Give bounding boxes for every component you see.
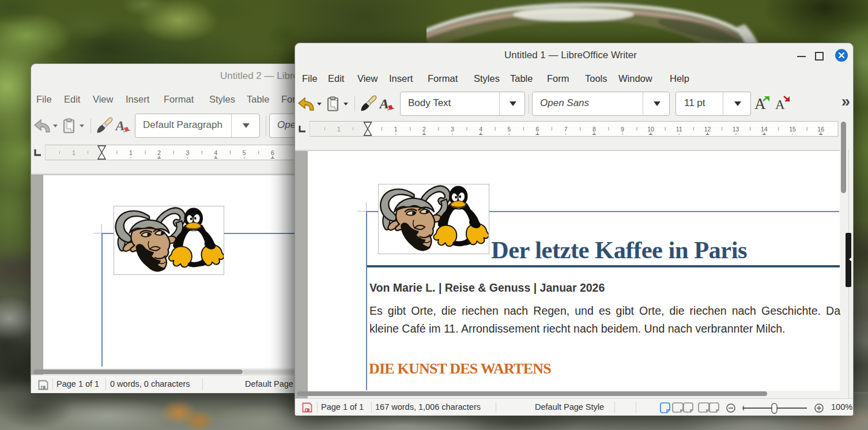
svg-text:14: 14 — [761, 126, 768, 133]
svg-text:7: 7 — [564, 126, 568, 133]
svg-text:12: 12 — [704, 126, 711, 133]
svg-text:A: A — [775, 97, 785, 112]
svg-text:3: 3 — [186, 149, 189, 156]
svg-text:5: 5 — [507, 126, 511, 133]
svg-text:4: 4 — [214, 149, 218, 156]
svg-text:13: 13 — [733, 126, 739, 133]
svg-text:4: 4 — [479, 126, 482, 133]
svg-text:1: 1 — [394, 126, 398, 133]
svg-text:2: 2 — [157, 149, 161, 156]
svg-text:2: 2 — [422, 126, 426, 133]
svg-text:6: 6 — [271, 149, 274, 156]
svg-text:6: 6 — [536, 126, 539, 133]
svg-text:1: 1 — [129, 149, 133, 156]
svg-text:A: A — [379, 96, 391, 111]
svg-text:A: A — [754, 95, 766, 112]
svg-text:A: A — [115, 118, 127, 133]
svg-text:9: 9 — [621, 126, 624, 133]
svg-text:5: 5 — [243, 149, 246, 156]
svg-text:16: 16 — [817, 126, 824, 133]
svg-text:1: 1 — [72, 149, 76, 156]
svg-text:15: 15 — [789, 126, 796, 133]
svg-text:11: 11 — [676, 126, 682, 133]
svg-text:1: 1 — [337, 126, 341, 133]
svg-text:3: 3 — [451, 126, 454, 133]
svg-text:10: 10 — [647, 126, 654, 133]
svg-text:8: 8 — [592, 126, 596, 133]
